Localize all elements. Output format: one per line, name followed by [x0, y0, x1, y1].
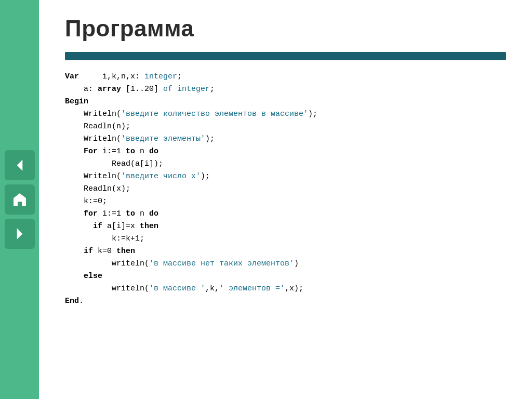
str-5: 'в массиве '	[149, 284, 205, 293]
forward-button[interactable]	[5, 219, 35, 249]
kw-of: of	[163, 85, 172, 94]
kw-for-1: For	[84, 147, 98, 156]
kw-var: Var	[65, 72, 79, 81]
divider-bar	[65, 52, 506, 60]
back-icon	[11, 157, 28, 174]
kw-then-2: then	[116, 247, 135, 256]
main-content: Программа Var i,k,n,x: integer; a: array…	[39, 0, 532, 399]
kw-to-2: to	[126, 209, 135, 218]
kw-begin: Begin	[65, 97, 88, 106]
forward-icon	[11, 225, 28, 242]
kw-end: End	[65, 297, 79, 305]
kw-if-2: if	[84, 247, 93, 256]
kw-for-2: for	[84, 209, 98, 218]
svg-marker-1	[17, 228, 22, 239]
type-integer-1: integer	[144, 72, 177, 81]
kw-do-2: do	[149, 209, 158, 218]
kw-to-1: to	[126, 147, 135, 156]
kw-then-1: then	[140, 222, 158, 231]
code-block: Var i,k,n,x: integer; a: array [1..20] o…	[65, 71, 506, 308]
str-4: 'в массиве нет таких элементов'	[149, 259, 294, 268]
back-button[interactable]	[5, 150, 35, 180]
sidebar	[0, 0, 39, 399]
home-button[interactable]	[5, 184, 35, 215]
kw-do-1: do	[149, 147, 158, 156]
str-1: 'введите количество элементов в массиве'	[121, 110, 308, 118]
svg-marker-0	[17, 159, 22, 170]
kw-if-1: if	[93, 222, 102, 231]
str-2: 'введите элементы'	[121, 135, 205, 143]
str-6: ' элементов ='	[219, 284, 285, 293]
page-title: Программа	[65, 16, 506, 42]
str-3: 'введите число x'	[121, 172, 201, 181]
kw-else: else	[84, 272, 102, 281]
kw-array: array	[98, 85, 121, 94]
home-icon	[11, 191, 28, 208]
type-integer-2: integer	[177, 85, 210, 94]
